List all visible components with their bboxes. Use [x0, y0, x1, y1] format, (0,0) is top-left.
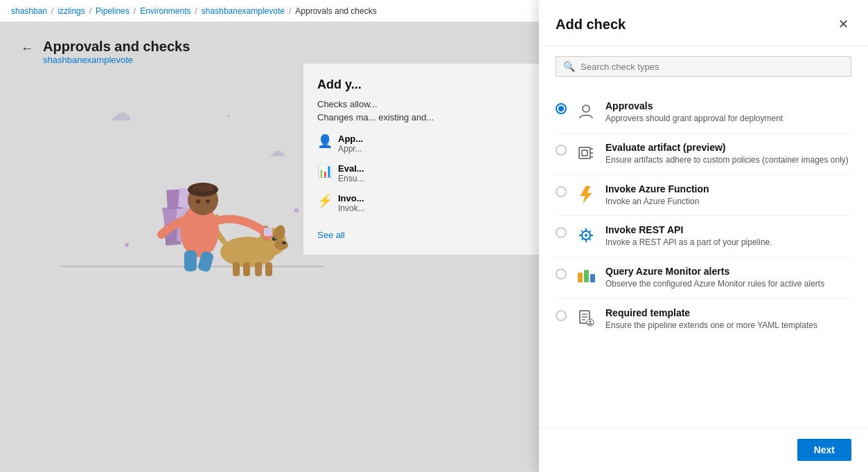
list-item: 👤 App...Appr...	[317, 134, 525, 154]
svg-rect-48	[578, 273, 583, 282]
artifact-icon	[575, 142, 597, 164]
close-button[interactable]: ✕	[835, 14, 851, 35]
azure-function-svg	[576, 185, 596, 204]
svg-point-31	[583, 105, 590, 112]
radio-btn-approvals[interactable]	[556, 103, 567, 114]
svg-point-14	[274, 237, 276, 239]
template-icon	[575, 307, 597, 329]
list-item: ⚡ Invo...Invok...	[317, 193, 525, 213]
svg-rect-18	[265, 262, 272, 276]
radio-rest-api[interactable]	[556, 227, 567, 238]
next-button[interactable]: Next	[797, 439, 851, 461]
svg-rect-20	[184, 251, 197, 271]
template-desc: Ensure the pipeline extends one or more …	[605, 320, 817, 332]
breadcrumb-shashban[interactable]: shashban	[11, 6, 47, 16]
approvals-desc: Approvers should grant approval for depl…	[605, 113, 783, 125]
partial-check-list: 👤 App...Appr... 📊 Eval...Ensu... ⚡ Invo.…	[317, 134, 525, 213]
artifact-svg	[576, 143, 596, 163]
svg-rect-17	[255, 262, 262, 276]
svg-point-39	[585, 234, 587, 237]
svg-rect-32	[579, 147, 590, 158]
slideover-header: Add check ✕	[539, 0, 868, 46]
svg-rect-50	[590, 274, 595, 282]
svg-point-13	[272, 237, 276, 241]
rest-api-name: Invoke REST API	[605, 224, 772, 235]
person-icon-small: 👤	[317, 134, 333, 149]
azure-function-icon	[575, 183, 597, 206]
radio-btn-monitor[interactable]	[556, 269, 567, 280]
slideover-footer: Next	[539, 427, 868, 472]
svg-line-46	[581, 238, 583, 240]
approvals-text: Approvals Approvers should grant approva…	[605, 100, 783, 125]
svg-rect-24	[193, 184, 213, 191]
partial-panel-desc: Checks allow...	[317, 99, 525, 109]
breadcrumb-current: Approvals and checks	[295, 6, 376, 16]
svg-point-12	[282, 242, 286, 244]
page-title: Approvals and checks	[43, 39, 190, 55]
radio-azure-function[interactable]	[556, 186, 567, 197]
back-button[interactable]: ←	[19, 40, 35, 57]
search-area: 🔍	[539, 46, 868, 87]
radio-approvals[interactable]	[556, 103, 567, 114]
svg-rect-15	[233, 262, 240, 276]
check-option-artifact[interactable]: Evaluate artifact (preview) Ensure artif…	[556, 134, 851, 175]
svg-marker-37	[581, 186, 592, 203]
rest-api-svg	[576, 226, 596, 245]
monitor-svg	[576, 267, 596, 287]
breadcrumb-sep-2: /	[89, 6, 91, 16]
see-all-link[interactable]: See all	[317, 230, 345, 240]
check-options-list: Approvals Approvers should grant approva…	[539, 87, 868, 427]
breadcrumb-sep-4: /	[195, 6, 197, 16]
radio-template[interactable]	[556, 310, 567, 321]
svg-line-44	[581, 230, 583, 233]
check-option-rest-api[interactable]: Invoke REST API Invoke a REST API as a p…	[556, 216, 851, 257]
list-item: 📊 Eval...Ensu...	[317, 163, 525, 183]
check-option-template[interactable]: Required template Ensure the pipeline ex…	[556, 299, 851, 340]
svg-point-29	[125, 243, 129, 247]
svg-point-56	[590, 320, 592, 323]
main-content: ← Approvals and checks shashbanexamplevo…	[0, 22, 539, 472]
radio-btn-template[interactable]	[556, 310, 567, 321]
template-svg	[576, 309, 596, 328]
lightning-icon-small: ⚡	[317, 193, 333, 208]
search-box[interactable]: 🔍	[556, 56, 851, 77]
monitor-icon	[575, 266, 597, 288]
artifact-desc: Ensure artifacts adhere to custom polici…	[605, 154, 849, 166]
template-name: Required template	[605, 307, 817, 318]
radio-artifact[interactable]	[556, 145, 567, 156]
page-subtitle[interactable]: shashbanexamplevote	[43, 55, 190, 65]
breadcrumb-environments[interactable]: Environments	[140, 6, 191, 16]
monitor-text: Query Azure Monitor alerts Observe the c…	[605, 266, 824, 290]
radio-btn-rest-api[interactable]	[556, 227, 567, 238]
monitor-name: Query Azure Monitor alerts	[605, 266, 824, 277]
search-input[interactable]	[581, 62, 844, 72]
breadcrumb-izzlings[interactable]: izzlings	[57, 6, 85, 16]
svg-line-45	[589, 238, 591, 240]
radio-btn-artifact[interactable]	[556, 145, 567, 156]
illustration-svg	[61, 107, 324, 287]
check-option-azure-function[interactable]: Invoke Azure Function Invoke an Azure Fu…	[556, 175, 851, 217]
svg-rect-28	[264, 228, 272, 236]
approvals-name: Approvals	[605, 100, 783, 111]
slideover-panel: Add check ✕ 🔍 Approvals Approvers should…	[539, 0, 868, 472]
radio-monitor[interactable]	[556, 269, 567, 280]
check-option-approvals[interactable]: Approvals Approvers should grant approva…	[556, 92, 851, 134]
rest-api-desc: Invoke a REST API as a part of your pipe…	[605, 237, 772, 248]
approvals-svg	[576, 102, 596, 121]
svg-point-26	[206, 199, 210, 203]
artifact-name: Evaluate artifact (preview)	[605, 142, 849, 153]
breadcrumb-pipelines[interactable]: Pipelines	[96, 6, 130, 16]
breadcrumb-sep-3: /	[134, 6, 136, 16]
azure-function-desc: Invoke an Azure Function	[605, 196, 709, 208]
radio-btn-azure-function[interactable]	[556, 186, 567, 197]
check-option-monitor[interactable]: Query Azure Monitor alerts Observe the c…	[556, 257, 851, 299]
rest-api-text: Invoke REST API Invoke a REST API as a p…	[605, 224, 772, 248]
partial-panel: Add y... Checks allow... Changes ma... e…	[303, 64, 539, 255]
partial-panel-title: Add y...	[317, 78, 525, 92]
svg-rect-16	[243, 262, 250, 276]
azure-function-text: Invoke Azure Function Invoke an Azure Fu…	[605, 183, 709, 208]
page-header: ← Approvals and checks shashbanexamplevo…	[19, 39, 520, 65]
breadcrumb-example[interactable]: shashbanexamplevote	[202, 6, 285, 16]
search-icon: 🔍	[563, 61, 575, 72]
page-title-block: Approvals and checks shashbanexamplevote	[43, 39, 190, 65]
